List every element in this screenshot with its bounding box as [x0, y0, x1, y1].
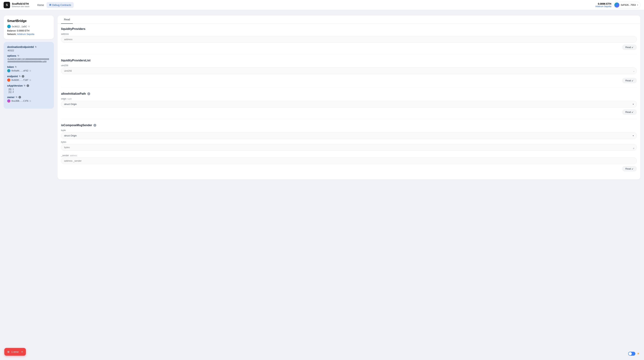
function-block-liquidityProvidersList: liquidityProvidersListuint256*Read ↙	[61, 59, 637, 88]
right-panel: Read liquidityProvidersaddressRead ↙liqu…	[58, 10, 640, 179]
eth-amount: 0.0896 ETH	[595, 2, 611, 5]
addr-avatar-token	[7, 69, 10, 72]
info-icon-endpoint[interactable]: i	[22, 75, 24, 78]
function-name-isComposeMsgSender: isComposeMsgSenderi	[61, 124, 637, 127]
array-item: [1]: 2	[8, 91, 50, 93]
debug-icon: 🛠	[49, 4, 52, 7]
input-suffix-liquidityProvidersList-0: *	[634, 70, 634, 73]
error-icon: ⊗	[7, 350, 10, 353]
contract-address-row: 🌐 0x3612...1a5C ⧉	[7, 25, 50, 28]
contract-network: Network: Arbitrum Sepolia	[7, 33, 50, 36]
state-field-endpoint: endpoint↻i0x6EDC...f10f⧉	[7, 75, 50, 82]
panel-card: Read liquidityProvidersaddressRead ↙liqu…	[58, 16, 640, 179]
copy-icon-endpoint[interactable]: ⧉	[30, 79, 31, 81]
select-wrapper-allowInitializePath-0: struct Origin▾	[61, 101, 637, 107]
input-wrapper-isComposeMsgSender-1: #	[61, 144, 637, 152]
address-row-endpoint: 0x6EDC...f10f⧉	[7, 78, 50, 82]
field-value-destinationEndpointId: 40322	[7, 49, 50, 52]
read-button-liquidityProviders[interactable]: Read ↙	[622, 45, 637, 50]
read-button-liquidityProvidersList[interactable]: Read ↙	[622, 78, 637, 83]
input-field-liquidityProviders-0[interactable]	[61, 36, 637, 43]
main-layout: SmartBridge 🌐 0x3612...1a5C ⧉ Balance: 0…	[0, 0, 644, 183]
contract-name: SmartBridge	[7, 19, 50, 23]
addr-avatar-owner	[7, 99, 10, 103]
function-info-icon-allowInitializePath[interactable]: i	[87, 92, 90, 95]
state-field-options: options↻0x000301001101000000000000000000…	[7, 54, 50, 63]
tabs-bar: Read	[58, 16, 640, 24]
refresh-icon-endpoint[interactable]: ↻	[19, 75, 21, 78]
read-btn-row-isComposeMsgSender: Read ↙	[61, 166, 637, 171]
error-toast: ⊗ 1 error ×	[4, 348, 26, 356]
param-label-liquidityProvidersList-0: uint256	[61, 64, 637, 67]
field-label-options: options	[7, 54, 16, 57]
navbar-right: 0.0896 ETH Arbitrum Sepolia 0xF626...755…	[595, 2, 640, 9]
nav-debug-contracts[interactable]: 🛠 Debug Contracts	[46, 2, 74, 8]
contract-address: 0x3612...1a5C	[12, 25, 27, 28]
tab-read[interactable]: Read	[61, 16, 73, 24]
function-name-liquidityProviders: liquidityProviders	[61, 27, 637, 31]
brand-text: Scaffold-ETH Ethereum dev stack	[12, 2, 29, 8]
refresh-icon-destinationEndpointId[interactable]: ↻	[35, 46, 37, 48]
refresh-icon-owner[interactable]: ↻	[16, 96, 18, 98]
functions-list: liquidityProvidersaddressRead ↙liquidity…	[58, 24, 640, 179]
theme-toggle: ☀	[628, 352, 640, 356]
refresh-icon-oAppVersion[interactable]: ↻	[24, 84, 26, 87]
param-label-isComposeMsgSender-1: bytes	[61, 141, 637, 143]
input-field-isComposeMsgSender-2[interactable]	[61, 157, 637, 164]
copy-icon-owner[interactable]: ⧉	[30, 100, 31, 102]
toggle-knob	[628, 352, 632, 355]
close-error-button[interactable]: ×	[21, 350, 23, 353]
param-label-liquidityProviders-0: address	[61, 33, 637, 35]
field-label-oAppVersion: oAppVersion	[7, 84, 23, 87]
chevron-down-icon: ▾	[633, 134, 634, 137]
wallet-address: 0xF626...7553	[621, 4, 636, 6]
addr-text-endpoint: 0x6EDC...f10f	[12, 79, 28, 81]
chevron-down-icon: ▾	[633, 103, 634, 105]
read-btn-row-liquidityProvidersList: Read ↙	[61, 78, 637, 83]
dark-mode-toggle[interactable]	[628, 352, 636, 356]
addr-text-token: 0x9aA4...aFd2	[12, 70, 28, 72]
contract-card: SmartBridge 🌐 0x3612...1a5C ⧉ Balance: 0…	[4, 16, 54, 39]
eth-network[interactable]: Arbitrum Sepolia	[595, 5, 611, 8]
function-name-allowInitializePath: allowInitializePathi	[61, 92, 637, 95]
array-item: [0]: 1	[8, 88, 50, 91]
state-field-token: token↻0x9aA4...aFd2⧉	[7, 66, 50, 72]
wallet-button[interactable]: 0xF626...7553 ▾	[614, 2, 640, 9]
error-count: 1 error	[11, 350, 19, 353]
globe-icon: 🌐	[7, 25, 11, 28]
input-suffix-isComposeMsgSender-1: #	[633, 147, 634, 149]
select-field-allowInitializePath-0[interactable]: struct Origin▾	[61, 101, 637, 107]
input-field-isComposeMsgSender-1[interactable]	[61, 144, 637, 151]
read-btn-row-allowInitializePath: Read ↙	[61, 109, 637, 115]
input-field-liquidityProvidersList-0[interactable]	[61, 68, 637, 74]
function-block-isComposeMsgSender: isComposeMsgSenderituplestruct Origin▾by…	[61, 124, 637, 176]
info-icon-oAppVersion[interactable]: i	[26, 84, 29, 87]
brand-icon: S	[4, 2, 10, 8]
select-field-isComposeMsgSender-0[interactable]: struct Origin▾	[61, 132, 637, 139]
refresh-icon-token[interactable]: ↻	[15, 66, 17, 68]
network-link[interactable]: Arbitrum Sepolia	[17, 33, 34, 36]
addr-text-owner: 0xa3D8...C3f6	[12, 100, 28, 102]
refresh-icon-options[interactable]: ↻	[18, 55, 19, 57]
input-wrapper-liquidityProvidersList-0: *	[61, 68, 637, 76]
function-block-liquidityProviders: liquidityProvidersaddressRead ↙	[61, 27, 637, 55]
array-oAppVersion: [0]: 1[1]: 2	[7, 88, 50, 93]
field-label-destinationEndpointId: destinationEndpointId	[7, 46, 34, 48]
param-label-isComposeMsgSender-0: tuple	[61, 129, 637, 132]
field-label-endpoint: endpoint	[7, 75, 18, 78]
sun-icon: ☀	[637, 352, 640, 356]
left-panel: SmartBridge 🌐 0x3612...1a5C ⧉ Balance: 0…	[4, 10, 54, 179]
copy-icon-token[interactable]: ⧉	[30, 70, 31, 72]
read-button-isComposeMsgSender[interactable]: Read ↙	[622, 166, 637, 171]
state-field-owner: owner↻i0xa3D8...C3f6⧉	[7, 96, 50, 103]
field-label-token: token	[7, 66, 14, 68]
chevron-down-icon: ▾	[637, 4, 638, 6]
read-button-allowInitializePath[interactable]: Read ↙	[622, 109, 637, 115]
read-btn-row-liquidityProviders: Read ↙	[61, 45, 637, 50]
copy-icon[interactable]: ⧉	[28, 25, 30, 28]
field-label-owner: owner	[7, 96, 14, 99]
address-row-owner: 0xa3D8...C3f6⧉	[7, 99, 50, 103]
nav-home[interactable]: Home	[35, 2, 46, 8]
function-info-icon-isComposeMsgSender[interactable]: i	[94, 124, 96, 127]
info-icon-owner[interactable]: i	[18, 96, 21, 98]
